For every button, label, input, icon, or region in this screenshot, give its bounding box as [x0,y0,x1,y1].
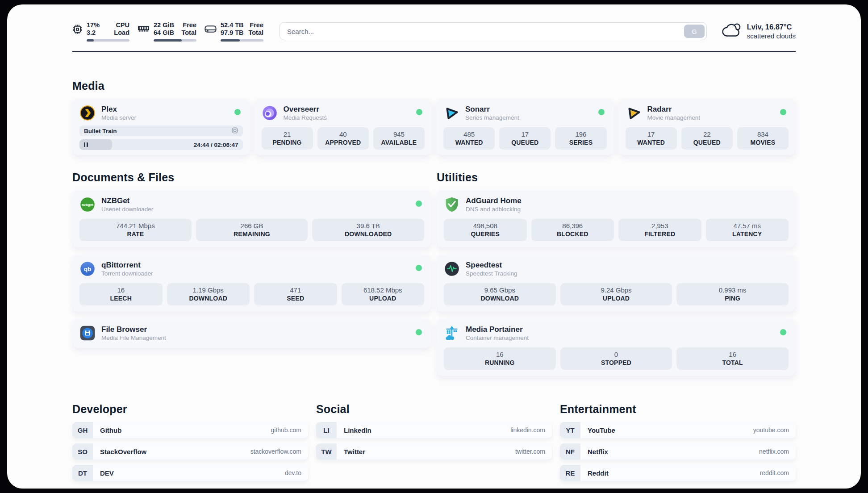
player-row: 24:44 / 02:06:47 [79,139,243,150]
ram-icon [138,21,150,35]
app-card-adguard[interactable]: AdGuard Home DNS and adblocking 498,508 … [437,190,796,247]
app-name: Plex [101,104,136,114]
stat-tile: 40 APPROVED [317,127,369,150]
developer-section-title: Developer [72,403,308,416]
search-provider-button[interactable]: G [684,25,705,38]
app-card-overseerr[interactable]: Overseerr Media Requests 21 PENDING 40 A… [255,99,432,155]
load-label: Load [114,29,129,37]
sonarr-icon [443,105,459,121]
now-playing-row: Bullet Train [79,125,243,136]
stat-label: SERIES [557,138,605,146]
bookmark-group-entertainment: Entertainment YT YouTube youtube.com NF … [560,403,796,486]
stat-tile: 744.21 Mbps RATE [79,219,192,241]
bookmark-linkedin[interactable]: LI LinkedIn linkedin.com [316,422,552,438]
bookmark-name: LinkedIn [344,426,371,434]
stat-value: 16 [446,350,554,359]
bookmark-url: stackoverflow.com [250,448,301,455]
app-card-qbittorrent[interactable]: qb qBittorrent Torrent downloader 16 LEE… [72,255,431,312]
stat-tile: 834 MOVIES [737,127,789,150]
stat-value: 2,953 [620,221,700,230]
stat-value: 196 [557,130,605,138]
bookmark-url: twitter.com [515,448,545,455]
stat-label: QUEUED [683,138,731,146]
disk-free-value: 52.4 TB [221,21,244,29]
stat-value: 16 [81,286,161,294]
stat-value: 39.6 TB [314,221,422,230]
section-utilities: Utilities AdGuard Home DNS and [437,171,796,376]
radarr-icon [626,105,642,121]
stat-label: PING [678,294,787,302]
stat-value: 1.19 Gbps [169,286,248,294]
stat-label: DOWNLOADED [314,230,422,238]
app-subtitle: Movie management [647,114,701,121]
bookmark-reddit[interactable]: RE Reddit reddit.com [560,465,796,481]
cpu-label: CPU [114,21,129,29]
memory-free-value: 22 GiB [154,21,174,29]
entertainment-section-title: Entertainment [560,403,796,416]
stat-tile: 1.19 Gbps DOWNLOAD [167,283,250,305]
search-bar: G [280,22,707,40]
memory-total-value: 64 GiB [154,29,174,37]
stat-label: WANTED [445,138,493,146]
app-card-nzbget[interactable]: nzbget NZBGet Usenet downloader 744.21 M… [72,190,431,247]
stat-value: 266 GB [198,221,306,230]
search-input[interactable] [280,22,707,40]
app-subtitle: Media Requests [284,114,327,121]
weather-location-temp: Lviv, 16.87°C [747,22,796,32]
stat-value: 47.57 ms [708,221,787,230]
stat-value: 744.21 Mbps [81,221,190,230]
pause-button[interactable] [84,142,88,147]
status-online-dot [598,109,605,115]
app-name: Overseerr [284,104,327,114]
stat-label: DOWNLOAD [446,294,554,302]
bookmark-url: youtube.com [753,426,789,434]
session-device-icon [231,127,238,135]
cpu-progress-fill [87,39,94,42]
app-subtitle: Usenet downloader [101,205,153,213]
bookmark-group-social: Social LI LinkedIn linkedin.com TW Twitt… [316,403,552,486]
stat-tile: 16 RUNNING [444,347,556,370]
stat-value: 40 [319,130,367,138]
bookmark-github[interactable]: GH Github github.com [72,422,308,438]
app-card-filebrowser[interactable]: File Browser Media File Management [72,319,431,348]
bookmark-abbr: RE [560,465,580,481]
bookmark-youtube[interactable]: YT YouTube youtube.com [560,422,796,438]
bookmark-dev[interactable]: DT DEV dev.to [72,465,308,481]
bookmark-name: DEV [100,469,114,477]
stat-label: LATENCY [708,230,787,238]
app-name: AdGuard Home [466,196,522,205]
stat-value: 9.65 Gbps [446,286,554,294]
disk-progress-fill [221,39,240,42]
app-subtitle: DNS and adblocking [466,205,522,213]
app-card-portainer[interactable]: Media Portainer Container management 16 … [437,319,796,376]
app-card-plex[interactable]: Plex Media server Bullet Train [72,99,250,155]
app-card-speedtest[interactable]: Speedtest Speedtest Tracking 9.65 Gbps D… [437,255,796,312]
app-card-sonarr[interactable]: Sonarr Series management 485 WANTED 17 Q… [436,99,614,155]
stat-value: 485 [445,130,493,138]
bookmark-stackoverflow[interactable]: SO StackOverflow stackoverflow.com [72,443,308,460]
dashboard-page: 17% 3.2 CPU Load [7,4,861,489]
cpu-usage-value: 17% [87,21,100,29]
system-metrics: 17% 3.2 CPU Load [72,21,263,42]
nzbget-icon: nzbget [79,196,96,213]
stat-value: 498,508 [446,221,525,230]
app-card-radarr[interactable]: Radarr Movie management 17 WANTED 22 QUE… [618,99,796,155]
metric-memory: 22 GiB 64 GiB Free Total [138,21,196,42]
stat-tile: 39.6 TB DOWNLOADED [312,219,424,241]
stat-label: MOVIES [739,138,787,146]
metric-cpu: 17% 3.2 CPU Load [72,21,129,42]
bookmark-netflix[interactable]: NF Netflix netflix.com [560,443,796,460]
cpu-load-value: 3.2 [87,29,100,37]
app-name: File Browser [101,325,166,334]
stat-tile: 16 LEECH [79,283,163,305]
stat-tile: 498,508 QUERIES [444,219,527,241]
stat-label: APPROVED [319,138,367,146]
stat-tile: 9.65 Gbps DOWNLOAD [444,283,556,305]
app-subtitle: Series management [465,114,519,121]
stat-tile: 471 SEED [254,283,337,305]
stat-value: 0.993 ms [678,286,787,294]
utilities-section-title: Utilities [437,171,796,184]
media-section-title: Media [72,79,796,92]
bookmark-twitter[interactable]: TW Twitter twitter.com [316,443,552,460]
status-online-dot [780,109,786,115]
